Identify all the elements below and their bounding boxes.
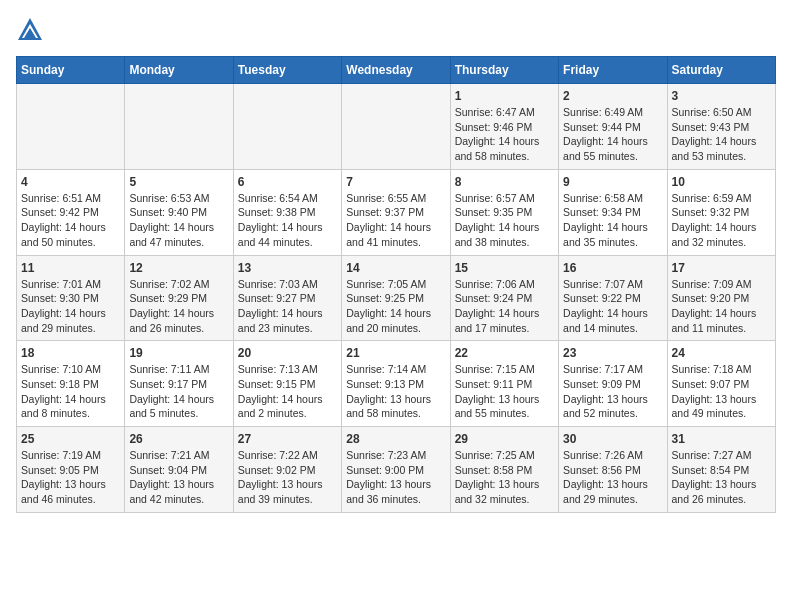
- day-info: Sunrise: 7:09 AM Sunset: 9:20 PM Dayligh…: [672, 277, 771, 336]
- day-info: Sunrise: 6:53 AM Sunset: 9:40 PM Dayligh…: [129, 191, 228, 250]
- calendar-cell: 27Sunrise: 7:22 AM Sunset: 9:02 PM Dayli…: [233, 427, 341, 513]
- day-number: 3: [672, 89, 771, 103]
- day-info: Sunrise: 7:21 AM Sunset: 9:04 PM Dayligh…: [129, 448, 228, 507]
- calendar-cell: 16Sunrise: 7:07 AM Sunset: 9:22 PM Dayli…: [559, 255, 667, 341]
- calendar-cell: 25Sunrise: 7:19 AM Sunset: 9:05 PM Dayli…: [17, 427, 125, 513]
- day-number: 18: [21, 346, 120, 360]
- day-number: 6: [238, 175, 337, 189]
- day-info: Sunrise: 6:49 AM Sunset: 9:44 PM Dayligh…: [563, 105, 662, 164]
- calendar-week-5: 25Sunrise: 7:19 AM Sunset: 9:05 PM Dayli…: [17, 427, 776, 513]
- calendar-cell: 20Sunrise: 7:13 AM Sunset: 9:15 PM Dayli…: [233, 341, 341, 427]
- day-number: 22: [455, 346, 554, 360]
- weekday-header-sunday: Sunday: [17, 57, 125, 84]
- day-number: 15: [455, 261, 554, 275]
- day-number: 23: [563, 346, 662, 360]
- weekday-header-tuesday: Tuesday: [233, 57, 341, 84]
- day-info: Sunrise: 7:07 AM Sunset: 9:22 PM Dayligh…: [563, 277, 662, 336]
- day-number: 31: [672, 432, 771, 446]
- calendar-cell: [17, 84, 125, 170]
- calendar-cell: 26Sunrise: 7:21 AM Sunset: 9:04 PM Dayli…: [125, 427, 233, 513]
- day-number: 21: [346, 346, 445, 360]
- day-number: 10: [672, 175, 771, 189]
- day-number: 5: [129, 175, 228, 189]
- day-info: Sunrise: 7:11 AM Sunset: 9:17 PM Dayligh…: [129, 362, 228, 421]
- calendar-cell: 6Sunrise: 6:54 AM Sunset: 9:38 PM Daylig…: [233, 169, 341, 255]
- calendar-cell: 11Sunrise: 7:01 AM Sunset: 9:30 PM Dayli…: [17, 255, 125, 341]
- day-info: Sunrise: 7:18 AM Sunset: 9:07 PM Dayligh…: [672, 362, 771, 421]
- day-number: 25: [21, 432, 120, 446]
- calendar-cell: 17Sunrise: 7:09 AM Sunset: 9:20 PM Dayli…: [667, 255, 775, 341]
- calendar-cell: 12Sunrise: 7:02 AM Sunset: 9:29 PM Dayli…: [125, 255, 233, 341]
- weekday-header-thursday: Thursday: [450, 57, 558, 84]
- calendar-cell: 21Sunrise: 7:14 AM Sunset: 9:13 PM Dayli…: [342, 341, 450, 427]
- calendar-cell: 24Sunrise: 7:18 AM Sunset: 9:07 PM Dayli…: [667, 341, 775, 427]
- calendar-cell: [342, 84, 450, 170]
- day-number: 27: [238, 432, 337, 446]
- day-number: 17: [672, 261, 771, 275]
- day-number: 4: [21, 175, 120, 189]
- day-info: Sunrise: 7:26 AM Sunset: 8:56 PM Dayligh…: [563, 448, 662, 507]
- page-header: [16, 16, 776, 44]
- day-number: 8: [455, 175, 554, 189]
- day-info: Sunrise: 7:14 AM Sunset: 9:13 PM Dayligh…: [346, 362, 445, 421]
- calendar-cell: [125, 84, 233, 170]
- logo-icon: [16, 16, 44, 44]
- weekday-header-monday: Monday: [125, 57, 233, 84]
- calendar-cell: 1Sunrise: 6:47 AM Sunset: 9:46 PM Daylig…: [450, 84, 558, 170]
- weekday-header-row: SundayMondayTuesdayWednesdayThursdayFrid…: [17, 57, 776, 84]
- day-info: Sunrise: 7:10 AM Sunset: 9:18 PM Dayligh…: [21, 362, 120, 421]
- calendar-cell: 31Sunrise: 7:27 AM Sunset: 8:54 PM Dayli…: [667, 427, 775, 513]
- day-number: 20: [238, 346, 337, 360]
- day-number: 26: [129, 432, 228, 446]
- day-number: 19: [129, 346, 228, 360]
- day-info: Sunrise: 6:50 AM Sunset: 9:43 PM Dayligh…: [672, 105, 771, 164]
- calendar-cell: 3Sunrise: 6:50 AM Sunset: 9:43 PM Daylig…: [667, 84, 775, 170]
- calendar-cell: 10Sunrise: 6:59 AM Sunset: 9:32 PM Dayli…: [667, 169, 775, 255]
- day-info: Sunrise: 6:57 AM Sunset: 9:35 PM Dayligh…: [455, 191, 554, 250]
- day-info: Sunrise: 7:01 AM Sunset: 9:30 PM Dayligh…: [21, 277, 120, 336]
- calendar-cell: 23Sunrise: 7:17 AM Sunset: 9:09 PM Dayli…: [559, 341, 667, 427]
- day-number: 9: [563, 175, 662, 189]
- day-info: Sunrise: 7:06 AM Sunset: 9:24 PM Dayligh…: [455, 277, 554, 336]
- day-number: 16: [563, 261, 662, 275]
- calendar-cell: 14Sunrise: 7:05 AM Sunset: 9:25 PM Dayli…: [342, 255, 450, 341]
- day-info: Sunrise: 7:03 AM Sunset: 9:27 PM Dayligh…: [238, 277, 337, 336]
- calendar-cell: 8Sunrise: 6:57 AM Sunset: 9:35 PM Daylig…: [450, 169, 558, 255]
- day-info: Sunrise: 7:25 AM Sunset: 8:58 PM Dayligh…: [455, 448, 554, 507]
- calendar-cell: 2Sunrise: 6:49 AM Sunset: 9:44 PM Daylig…: [559, 84, 667, 170]
- day-info: Sunrise: 7:23 AM Sunset: 9:00 PM Dayligh…: [346, 448, 445, 507]
- day-info: Sunrise: 7:02 AM Sunset: 9:29 PM Dayligh…: [129, 277, 228, 336]
- weekday-header-friday: Friday: [559, 57, 667, 84]
- calendar-cell: [233, 84, 341, 170]
- day-number: 14: [346, 261, 445, 275]
- calendar-week-3: 11Sunrise: 7:01 AM Sunset: 9:30 PM Dayli…: [17, 255, 776, 341]
- calendar-week-2: 4Sunrise: 6:51 AM Sunset: 9:42 PM Daylig…: [17, 169, 776, 255]
- calendar-week-1: 1Sunrise: 6:47 AM Sunset: 9:46 PM Daylig…: [17, 84, 776, 170]
- day-number: 2: [563, 89, 662, 103]
- day-number: 11: [21, 261, 120, 275]
- day-info: Sunrise: 7:05 AM Sunset: 9:25 PM Dayligh…: [346, 277, 445, 336]
- day-info: Sunrise: 6:47 AM Sunset: 9:46 PM Dayligh…: [455, 105, 554, 164]
- day-number: 7: [346, 175, 445, 189]
- day-info: Sunrise: 7:19 AM Sunset: 9:05 PM Dayligh…: [21, 448, 120, 507]
- day-info: Sunrise: 6:51 AM Sunset: 9:42 PM Dayligh…: [21, 191, 120, 250]
- calendar-cell: 18Sunrise: 7:10 AM Sunset: 9:18 PM Dayli…: [17, 341, 125, 427]
- calendar-table: SundayMondayTuesdayWednesdayThursdayFrid…: [16, 56, 776, 513]
- calendar-cell: 22Sunrise: 7:15 AM Sunset: 9:11 PM Dayli…: [450, 341, 558, 427]
- day-info: Sunrise: 6:58 AM Sunset: 9:34 PM Dayligh…: [563, 191, 662, 250]
- day-number: 1: [455, 89, 554, 103]
- day-number: 12: [129, 261, 228, 275]
- day-info: Sunrise: 7:27 AM Sunset: 8:54 PM Dayligh…: [672, 448, 771, 507]
- weekday-header-saturday: Saturday: [667, 57, 775, 84]
- calendar-cell: 19Sunrise: 7:11 AM Sunset: 9:17 PM Dayli…: [125, 341, 233, 427]
- day-info: Sunrise: 7:13 AM Sunset: 9:15 PM Dayligh…: [238, 362, 337, 421]
- day-number: 29: [455, 432, 554, 446]
- calendar-cell: 9Sunrise: 6:58 AM Sunset: 9:34 PM Daylig…: [559, 169, 667, 255]
- day-info: Sunrise: 7:15 AM Sunset: 9:11 PM Dayligh…: [455, 362, 554, 421]
- calendar-cell: 15Sunrise: 7:06 AM Sunset: 9:24 PM Dayli…: [450, 255, 558, 341]
- calendar-cell: 5Sunrise: 6:53 AM Sunset: 9:40 PM Daylig…: [125, 169, 233, 255]
- calendar-cell: 29Sunrise: 7:25 AM Sunset: 8:58 PM Dayli…: [450, 427, 558, 513]
- day-number: 30: [563, 432, 662, 446]
- day-info: Sunrise: 7:22 AM Sunset: 9:02 PM Dayligh…: [238, 448, 337, 507]
- day-info: Sunrise: 6:59 AM Sunset: 9:32 PM Dayligh…: [672, 191, 771, 250]
